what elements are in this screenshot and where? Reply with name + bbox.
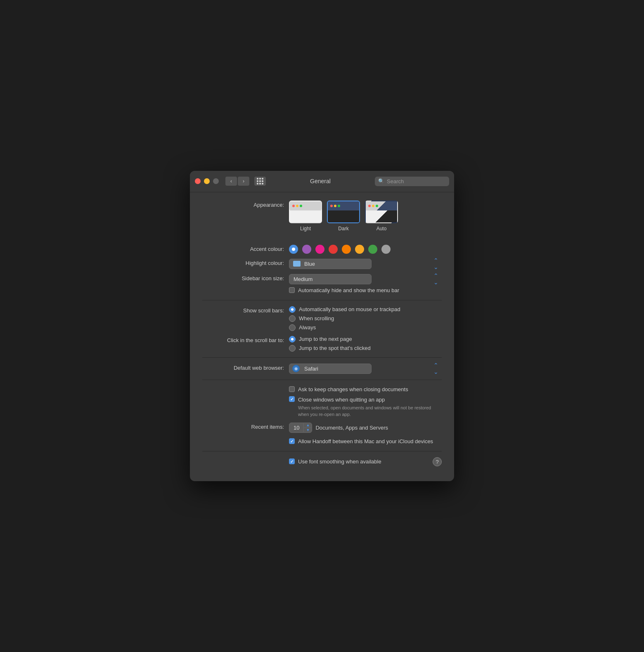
ask-changes-checkbox[interactable] [289,386,295,392]
accent-orange[interactable] [342,245,351,254]
click-spot-radio[interactable]: Jump to the spot that's clicked [289,345,442,352]
click-spot-radio-btn[interactable] [289,345,296,352]
search-icon: 🔍 [378,178,384,184]
click-scroll-bar-row: Click in the scroll bar to: Jump to the … [202,336,442,352]
appearance-light-label: Light [300,226,311,232]
font-smoothing-label-text: Use font smoothing when available [298,458,381,465]
appearance-auto-thumb [365,201,398,223]
close-button[interactable] [195,178,201,184]
handoff-label-text: Allow Handoff between this Mac and your … [298,438,433,445]
scroll-auto-radio-btn[interactable] [289,306,296,313]
appearance-dark[interactable]: Dark [327,201,360,232]
window-title: General [269,178,372,184]
recent-items-row: Recent items: 10 ▲ ▼ Documents, Apps and… [202,423,442,433]
accent-yellow[interactable] [355,245,364,254]
sidebar-icon-size-label: Sidebar icon size: [202,274,289,282]
click-scroll-bar-label: Click in the scroll bar to: [202,336,289,344]
click-next-page-radio-btn[interactable] [289,336,296,343]
accent-colour-label: Accent colour: [202,245,289,253]
scroll-always-radio-btn[interactable] [289,324,296,331]
divider-4 [202,451,442,451]
help-icon: ? [436,459,438,465]
scroll-auto-radio[interactable]: Automatically based on mouse or trackpad [289,306,442,313]
click-spot-label: Jump to the spot that's clicked [299,345,371,351]
show-scroll-bars-controls: Automatically based on mouse or trackpad… [289,306,442,331]
stepper-up-button[interactable]: ▲ [304,423,312,428]
default-browser-label: Default web browser: [202,364,289,372]
appearance-light-thumb [289,201,322,223]
handoff-row: Allow Handoff between this Mac and your … [202,438,442,445]
highlight-colour-row: Highlight colour: Blue Purple Pink Red O… [202,259,442,269]
font-smoothing-label [202,457,289,458]
appearance-row: Appearance: Light [202,201,442,238]
highlight-colour-label: Highlight colour: [202,259,289,267]
main-window: ‹ › General 🔍 Appearance: [190,171,454,482]
divider-1 [202,300,442,300]
highlight-select-wrap: Blue Purple Pink Red Orange Yellow Green… [289,259,442,269]
help-button[interactable]: ? [433,457,442,466]
handoff-label [202,438,289,439]
search-box[interactable]: 🔍 [375,177,449,186]
chevron-right-icon: › [243,178,244,184]
font-smoothing-controls: Use font smoothing when available ? [289,457,442,466]
accent-green[interactable] [368,245,377,254]
scroll-scrolling-radio[interactable]: When scrolling [289,315,442,322]
sidebar-icon-size-row: Sidebar icon size: Small Medium Large ⌃⌄… [202,274,442,294]
ask-changes-label [202,386,289,387]
sidebar-select-arrow: ⌃⌄ [433,272,438,286]
recent-items-label: Recent items: [202,423,289,431]
menu-bar-checkbox[interactable] [289,287,295,293]
appearance-auto[interactable]: Auto [365,201,398,232]
appearance-controls: Light Dark [289,201,442,238]
scroll-scrolling-label: When scrolling [299,315,334,321]
handoff-controls: Allow Handoff between this Mac and your … [289,438,442,445]
appearance-label: Appearance: [202,201,289,209]
accent-purple[interactable] [302,245,311,254]
back-button[interactable]: ‹ [225,177,237,186]
search-input[interactable] [387,178,446,184]
show-scroll-bars-label: Show scroll bars: [202,306,289,314]
minimize-button[interactable] [204,178,210,184]
click-next-page-radio[interactable]: Jump to the next page [289,336,442,343]
grid-view-button[interactable] [254,177,266,186]
scroll-auto-label: Automatically based on mouse or trackpad [299,306,400,312]
click-scroll-bar-controls: Jump to the next page Jump to the spot t… [289,336,442,352]
handoff-checkbox-row: Allow Handoff between this Mac and your … [289,438,442,445]
highlight-colour-select[interactable]: Blue Purple Pink Red Orange Yellow Green… [289,259,372,269]
font-smoothing-checkbox[interactable] [289,458,295,464]
ask-changes-row: Ask to keep changes when closing documen… [202,386,442,418]
grid-icon [257,178,263,184]
accent-red[interactable] [329,245,338,254]
nav-buttons: ‹ › [225,177,249,186]
ask-changes-controls: Ask to keep changes when closing documen… [289,386,442,418]
close-windows-sublabel: When selected, open documents and window… [298,405,442,418]
sidebar-icon-size-select[interactable]: Small Medium Large [289,274,372,284]
scroll-always-radio[interactable]: Always [289,324,442,331]
highlight-select-arrow: ⌃⌄ [433,257,438,270]
close-windows-label: Close windows when quitting an app [298,397,385,403]
accent-blue[interactable] [289,245,298,254]
close-windows-checkbox[interactable] [289,396,295,402]
forward-button[interactable]: › [238,177,249,186]
accent-pink[interactable] [315,245,324,254]
default-browser-select[interactable]: Safari Chrome Firefox [289,364,372,374]
accent-graphite[interactable] [381,245,391,254]
font-smoothing-checkbox-row: Use font smoothing when available [289,458,381,465]
ask-changes-label-text: Ask to keep changes when closing documen… [298,386,408,393]
appearance-auto-label: Auto [376,226,387,232]
accent-colour-controls [289,245,442,254]
menu-bar-row: Automatically hide and show the menu bar [289,287,442,294]
chevron-left-icon: ‹ [230,178,232,184]
close-windows-checkbox-row: Close windows when quitting an app When … [289,396,442,418]
handoff-checkbox[interactable] [289,438,295,444]
stepper-down-button[interactable]: ▼ [304,428,312,432]
titlebar: ‹ › General 🔍 [190,171,454,192]
scroll-always-label: Always [299,324,316,331]
zoom-button[interactable] [213,178,219,184]
scroll-scrolling-radio-btn[interactable] [289,315,296,322]
divider-2 [202,357,442,358]
sidebar-icon-size-controls: Small Medium Large ⌃⌄ Automatically hide… [289,274,442,294]
appearance-light[interactable]: Light [289,201,322,232]
menu-bar-label: Automatically hide and show the menu bar [298,287,399,294]
ask-changes-checkbox-row: Ask to keep changes when closing documen… [289,386,442,393]
